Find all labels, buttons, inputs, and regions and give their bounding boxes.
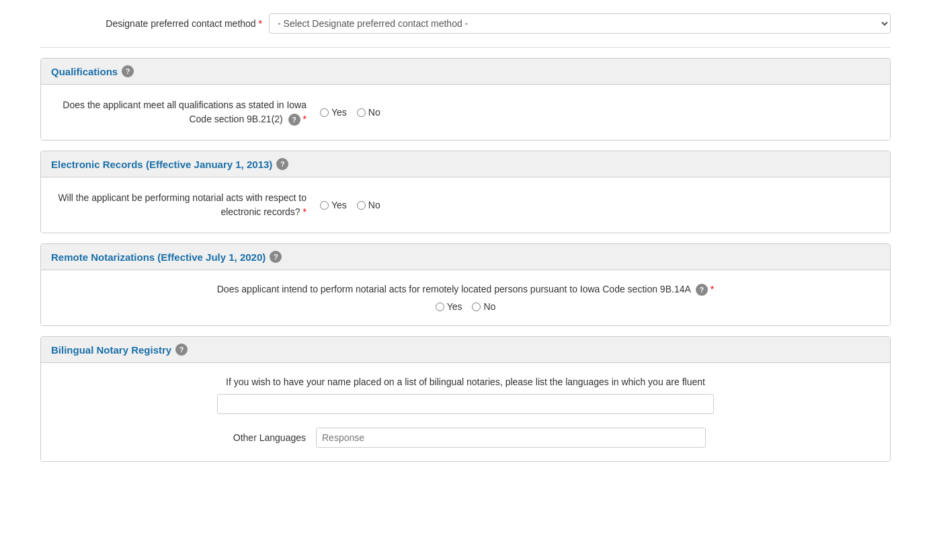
electronic-records-help-icon[interactable]: ? bbox=[276, 158, 288, 170]
remote-notarizations-section: Remote Notarizations (Effective July 1, … bbox=[40, 243, 891, 326]
qualifications-yes-label: Yes bbox=[331, 107, 347, 118]
electronic-records-question-text: Will the applicant be performing notaria… bbox=[51, 191, 307, 219]
qualifications-no-option[interactable]: No bbox=[357, 107, 380, 118]
remote-notarizations-yes-label: Yes bbox=[447, 301, 462, 312]
remote-notarizations-required: * bbox=[711, 284, 714, 294]
qualifications-help-icon[interactable]: ? bbox=[122, 65, 134, 77]
qualifications-yes-radio[interactable] bbox=[320, 108, 329, 117]
bilingual-registry-help-icon[interactable]: ? bbox=[175, 344, 188, 356]
bilingual-registry-title: Bilingual Notary Registry bbox=[51, 344, 171, 356]
remote-notarizations-yes-option[interactable]: Yes bbox=[436, 301, 462, 312]
remote-notarizations-help-icon[interactable]: ? bbox=[270, 251, 282, 263]
contact-method-select[interactable]: - Select Designate preferred contact met… bbox=[269, 13, 891, 34]
qualifications-section: Qualifications ? Does the applicant meet… bbox=[40, 58, 891, 141]
other-languages-label: Other Languages bbox=[225, 432, 306, 443]
electronic-records-body: Will the applicant be performing notaria… bbox=[41, 177, 890, 233]
bilingual-registry-body: If you wish to have your name placed on … bbox=[41, 363, 890, 461]
remote-notarizations-no-label: No bbox=[483, 301, 495, 312]
qualifications-header: Qualifications ? bbox=[41, 58, 890, 85]
remote-notarizations-title: Remote Notarizations (Effective July 1, … bbox=[51, 251, 266, 263]
bilingual-languages-input[interactable] bbox=[217, 394, 715, 414]
bilingual-question-text: If you wish to have your name placed on … bbox=[51, 376, 880, 387]
qualifications-required: * bbox=[303, 114, 307, 124]
qualifications-no-label: No bbox=[368, 107, 380, 118]
electronic-records-radio-group: Yes No bbox=[320, 200, 380, 210]
remote-notarizations-inline-help-icon[interactable]: ? bbox=[696, 284, 708, 296]
remote-notarizations-radio-group: Yes No bbox=[436, 301, 496, 312]
qualifications-no-radio[interactable] bbox=[357, 108, 366, 117]
remote-notarizations-question-row: Does applicant intend to perform notaria… bbox=[51, 284, 880, 312]
contact-method-section: Designate preferred contact method * - S… bbox=[40, 7, 891, 48]
qualifications-title: Qualifications bbox=[51, 66, 118, 77]
electronic-records-yes-option[interactable]: Yes bbox=[320, 200, 347, 210]
remote-notarizations-no-option[interactable]: No bbox=[472, 301, 495, 312]
electronic-records-question-row: Will the applicant be performing notaria… bbox=[51, 191, 880, 219]
other-languages-row: Other Languages bbox=[51, 428, 880, 448]
electronic-records-no-label: No bbox=[368, 200, 380, 210]
qualifications-inline-help-icon[interactable]: ? bbox=[288, 114, 300, 126]
bilingual-registry-header: Bilingual Notary Registry ? bbox=[41, 337, 890, 363]
qualifications-yes-option[interactable]: Yes bbox=[320, 107, 347, 118]
electronic-records-no-option[interactable]: No bbox=[357, 200, 380, 210]
qualifications-question-text: Does the applicant meet all qualificatio… bbox=[51, 98, 307, 126]
electronic-records-yes-label: Yes bbox=[331, 200, 347, 210]
electronic-records-section: Electronic Records (Effective January 1,… bbox=[40, 151, 891, 233]
remote-notarizations-question-text: Does applicant intend to perform notaria… bbox=[217, 284, 715, 296]
qualifications-question-row: Does the applicant meet all qualificatio… bbox=[51, 98, 880, 126]
contact-method-label-text: Designate preferred contact method bbox=[106, 18, 255, 29]
contact-method-required: * bbox=[259, 18, 262, 29]
bilingual-registry-section: Bilingual Notary Registry ? If you wish … bbox=[40, 336, 891, 462]
contact-method-label: Designate preferred contact method * bbox=[40, 18, 269, 29]
electronic-records-yes-radio[interactable] bbox=[320, 201, 329, 210]
electronic-records-no-radio[interactable] bbox=[357, 201, 366, 210]
remote-notarizations-no-radio[interactable] bbox=[472, 303, 481, 311]
electronic-records-required: * bbox=[303, 206, 307, 217]
remote-notarizations-body: Does applicant intend to perform notaria… bbox=[41, 270, 890, 325]
electronic-records-header: Electronic Records (Effective January 1,… bbox=[41, 151, 890, 177]
remote-notarizations-header: Remote Notarizations (Effective July 1, … bbox=[41, 244, 890, 270]
qualifications-radio-group: Yes No bbox=[320, 107, 380, 118]
remote-notarizations-yes-radio[interactable] bbox=[436, 303, 444, 311]
qualifications-body: Does the applicant meet all qualificatio… bbox=[41, 85, 890, 140]
electronic-records-title: Electronic Records (Effective January 1,… bbox=[51, 159, 272, 170]
other-languages-input[interactable] bbox=[316, 428, 706, 448]
